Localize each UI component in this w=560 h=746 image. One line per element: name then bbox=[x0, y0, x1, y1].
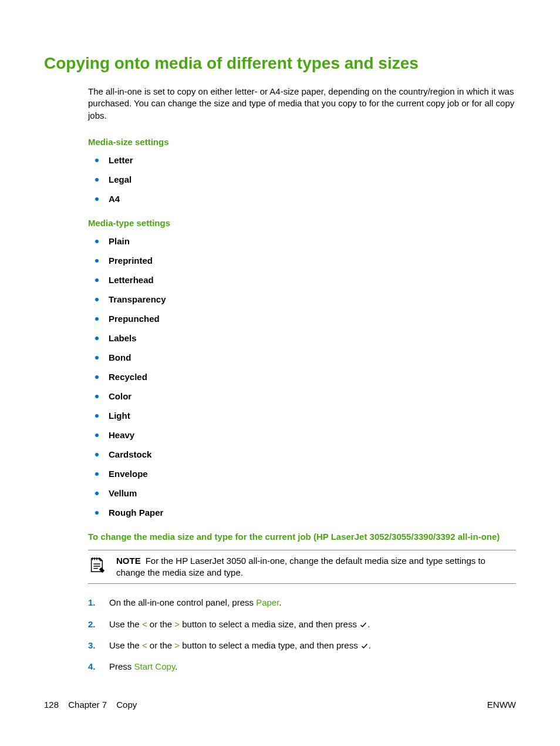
media-type-list: Plain Preprinted Letterhead Transparency… bbox=[88, 236, 516, 518]
list-item: Prepunched bbox=[88, 314, 516, 324]
step-text: . bbox=[279, 597, 281, 607]
step-item: On the all-in-one control panel, press P… bbox=[88, 597, 516, 609]
list-item: Heavy bbox=[88, 430, 516, 440]
list-item: Preprinted bbox=[88, 256, 516, 266]
step-item: Press Start Copy. bbox=[88, 661, 516, 673]
step-text: button to select a media type, and then … bbox=[180, 640, 360, 650]
list-item: A4 bbox=[88, 194, 516, 204]
list-item: Transparency bbox=[88, 294, 516, 304]
list-item: Labels bbox=[88, 333, 516, 343]
button-ref-right: > bbox=[174, 640, 180, 650]
check-icon bbox=[360, 643, 369, 650]
list-item: Color bbox=[88, 391, 516, 401]
note-box: NOTEFor the HP LaserJet 3050 all-in-one,… bbox=[88, 550, 516, 584]
list-item: Vellum bbox=[88, 488, 516, 498]
footer-lang: ENWW bbox=[487, 700, 516, 710]
button-ref-left: < bbox=[142, 640, 147, 650]
button-ref-paper: Paper bbox=[256, 597, 279, 607]
steps-list: On the all-in-one control panel, press P… bbox=[88, 597, 516, 673]
change-heading: To change the media size and type for th… bbox=[88, 532, 516, 542]
list-item: Recycled bbox=[88, 372, 516, 382]
step-text: . bbox=[367, 619, 370, 629]
footer-left: 128 Chapter 7 Copy bbox=[44, 700, 144, 710]
list-item: Letterhead bbox=[88, 275, 516, 285]
media-size-heading: Media-size settings bbox=[88, 137, 516, 147]
step-text: Press bbox=[109, 661, 134, 671]
section-label: Copy bbox=[116, 700, 137, 710]
list-item: Envelope bbox=[88, 469, 516, 479]
note-body: For the HP LaserJet 3050 all-in-one, cha… bbox=[116, 556, 485, 577]
step-text: On the all-in-one control panel, press bbox=[109, 597, 256, 607]
list-item: Plain bbox=[88, 236, 516, 246]
button-ref-left: < bbox=[142, 619, 147, 629]
step-item: Use the < or the > button to select a me… bbox=[88, 640, 516, 651]
step-text: or the bbox=[147, 640, 175, 650]
list-item: Cardstock bbox=[88, 449, 516, 459]
page-number: 128 bbox=[44, 700, 59, 710]
intro-paragraph: The all-in-one is set to copy on either … bbox=[88, 86, 516, 122]
list-item: Bond bbox=[88, 352, 516, 362]
check-icon bbox=[359, 621, 367, 629]
step-text: or the bbox=[147, 619, 175, 629]
page-title: Copying onto media of different types an… bbox=[44, 54, 516, 73]
step-text: . bbox=[175, 661, 177, 671]
media-type-heading: Media-type settings bbox=[88, 218, 516, 228]
note-icon bbox=[88, 555, 106, 576]
list-item: Light bbox=[88, 411, 516, 421]
step-text: . bbox=[369, 640, 371, 650]
list-item: Rough Paper bbox=[88, 508, 516, 518]
media-size-list: Letter Legal A4 bbox=[88, 155, 516, 204]
list-item: Legal bbox=[88, 174, 516, 184]
chapter-label: Chapter 7 bbox=[68, 700, 107, 710]
step-item: Use the < or the > button to select a me… bbox=[88, 619, 516, 630]
step-text: Use the bbox=[109, 619, 142, 629]
step-text: Use the bbox=[109, 640, 142, 650]
list-item: Letter bbox=[88, 155, 516, 165]
button-ref-start-copy: Start Copy bbox=[134, 661, 176, 671]
step-text: button to select a media size, and then … bbox=[180, 619, 359, 629]
note-text: NOTEFor the HP LaserJet 3050 all-in-one,… bbox=[116, 555, 516, 579]
page-footer: 128 Chapter 7 Copy ENWW bbox=[44, 700, 516, 710]
note-label: NOTE bbox=[116, 556, 141, 566]
button-ref-right: > bbox=[174, 619, 180, 629]
